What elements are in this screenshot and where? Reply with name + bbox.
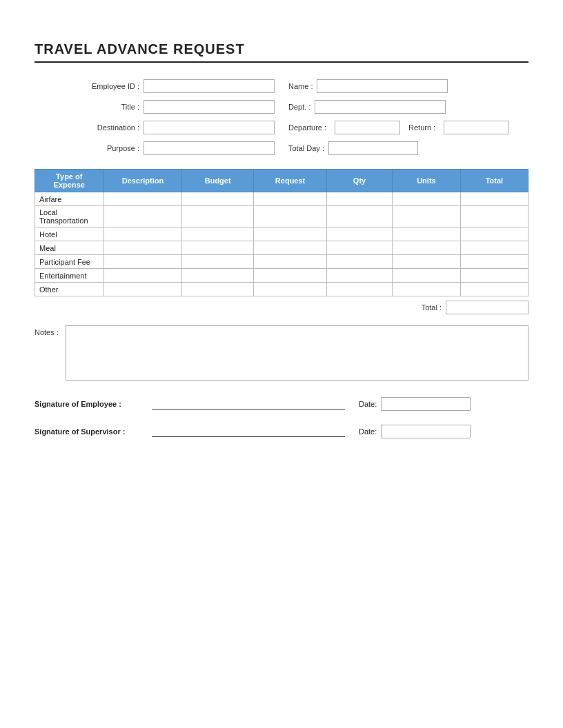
request-cell-0[interactable] — [254, 192, 327, 206]
qty-cell-5[interactable] — [327, 269, 393, 283]
description-cell-3[interactable] — [103, 241, 182, 255]
total-cell-2[interactable] — [460, 228, 528, 241]
total-input-0[interactable] — [461, 192, 528, 205]
description-cell-4[interactable] — [103, 255, 182, 269]
total-day-input[interactable] — [328, 141, 418, 155]
units-cell-2[interactable] — [392, 228, 460, 241]
units-input-0[interactable] — [393, 192, 460, 205]
budget-cell-0[interactable] — [182, 192, 254, 206]
qty-cell-4[interactable] — [327, 255, 393, 269]
description-input-1[interactable] — [104, 206, 182, 227]
qty-input-5[interactable] — [327, 269, 392, 282]
qty-input-0[interactable] — [327, 192, 392, 205]
budget-input-6[interactable] — [182, 283, 253, 296]
employee-date-input[interactable] — [381, 397, 471, 411]
total-cell-1[interactable] — [460, 206, 528, 228]
dept-input[interactable] — [315, 100, 446, 114]
budget-cell-3[interactable] — [182, 241, 254, 255]
description-input-4[interactable] — [104, 255, 182, 268]
budget-input-0[interactable] — [182, 192, 253, 205]
request-cell-2[interactable] — [254, 228, 327, 241]
units-cell-6[interactable] — [392, 283, 460, 296]
total-input-2[interactable] — [461, 228, 528, 241]
departure-input[interactable] — [335, 121, 400, 134]
table-row: Entertainment — [35, 269, 529, 283]
qty-input-3[interactable] — [327, 241, 392, 254]
total-input[interactable] — [446, 301, 529, 314]
departure-label: Departure : — [288, 123, 326, 132]
qty-cell-6[interactable] — [327, 283, 393, 296]
budget-cell-5[interactable] — [182, 269, 254, 283]
request-input-5[interactable] — [254, 269, 326, 282]
request-input-4[interactable] — [254, 255, 326, 268]
units-cell-4[interactable] — [392, 255, 460, 269]
title-input[interactable] — [144, 100, 275, 114]
description-cell-0[interactable] — [103, 192, 182, 206]
type-cell-5: Entertainment — [35, 269, 104, 283]
total-cell-0[interactable] — [460, 192, 528, 206]
total-input-3[interactable] — [461, 241, 528, 254]
qty-input-4[interactable] — [327, 255, 392, 268]
return-input[interactable] — [444, 121, 509, 134]
request-cell-6[interactable] — [254, 283, 327, 296]
total-cell-4[interactable] — [460, 255, 528, 269]
qty-cell-0[interactable] — [327, 192, 393, 206]
total-input-5[interactable] — [461, 269, 528, 282]
total-input-1[interactable] — [461, 206, 528, 227]
total-cell-6[interactable] — [460, 283, 528, 296]
qty-input-1[interactable] — [327, 206, 392, 227]
budget-input-5[interactable] — [182, 269, 253, 282]
qty-cell-3[interactable] — [327, 241, 393, 255]
budget-input-3[interactable] — [182, 241, 253, 254]
request-cell-5[interactable] — [254, 269, 327, 283]
description-input-3[interactable] — [104, 241, 182, 254]
employee-id-input[interactable] — [144, 79, 275, 93]
total-input-4[interactable] — [461, 255, 528, 268]
description-cell-2[interactable] — [103, 228, 182, 241]
units-input-5[interactable] — [393, 269, 460, 282]
request-input-2[interactable] — [254, 228, 326, 241]
units-input-2[interactable] — [393, 228, 460, 241]
description-input-0[interactable] — [104, 192, 182, 205]
request-cell-1[interactable] — [254, 206, 327, 228]
units-input-6[interactable] — [393, 283, 460, 296]
request-input-1[interactable] — [254, 206, 326, 227]
description-input-2[interactable] — [104, 228, 182, 241]
request-input-0[interactable] — [254, 192, 326, 205]
description-input-5[interactable] — [104, 269, 182, 282]
name-input[interactable] — [317, 79, 448, 93]
purpose-input[interactable] — [144, 141, 275, 155]
units-input-3[interactable] — [393, 241, 460, 254]
budget-input-4[interactable] — [182, 255, 253, 268]
units-input-4[interactable] — [393, 255, 460, 268]
qty-cell-1[interactable] — [327, 206, 393, 228]
description-cell-6[interactable] — [103, 283, 182, 296]
budget-cell-4[interactable] — [182, 255, 254, 269]
description-cell-1[interactable] — [103, 206, 182, 228]
budget-cell-2[interactable] — [182, 228, 254, 241]
units-cell-3[interactable] — [392, 241, 460, 255]
request-input-3[interactable] — [254, 241, 326, 254]
total-cell-3[interactable] — [460, 241, 528, 255]
budget-cell-1[interactable] — [182, 206, 254, 228]
notes-textarea[interactable] — [66, 325, 529, 381]
units-cell-5[interactable] — [392, 269, 460, 283]
units-cell-0[interactable] — [392, 192, 460, 206]
budget-input-2[interactable] — [182, 228, 253, 241]
description-input-6[interactable] — [104, 283, 182, 296]
qty-input-2[interactable] — [327, 228, 392, 241]
destination-input[interactable] — [144, 121, 275, 134]
supervisor-date-input[interactable] — [381, 425, 471, 438]
description-cell-5[interactable] — [103, 269, 182, 283]
total-cell-5[interactable] — [460, 269, 528, 283]
budget-input-1[interactable] — [182, 206, 253, 227]
units-input-1[interactable] — [393, 206, 460, 227]
request-cell-3[interactable] — [254, 241, 327, 255]
units-cell-1[interactable] — [392, 206, 460, 228]
total-input-6[interactable] — [461, 283, 528, 296]
budget-cell-6[interactable] — [182, 283, 254, 296]
qty-input-6[interactable] — [327, 283, 392, 296]
request-cell-4[interactable] — [254, 255, 327, 269]
qty-cell-2[interactable] — [327, 228, 393, 241]
request-input-6[interactable] — [254, 283, 326, 296]
